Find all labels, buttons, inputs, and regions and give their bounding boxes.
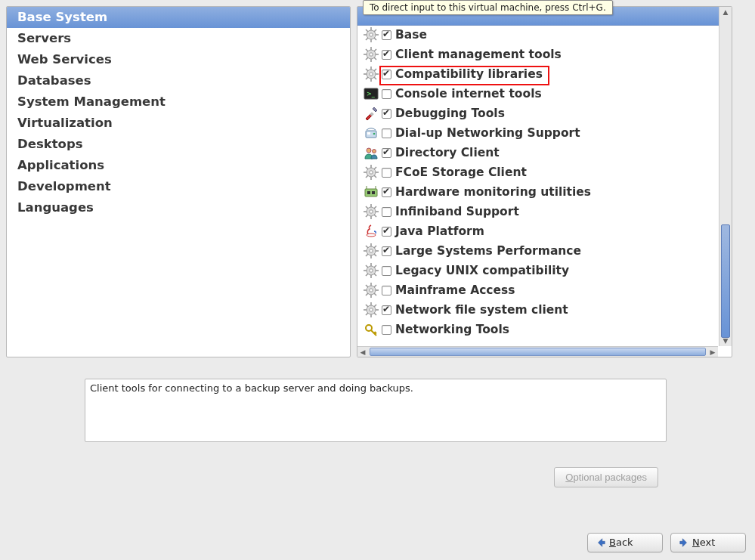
package-row[interactable]: Directory Client [357,143,718,162]
scroll-thumb[interactable] [721,224,730,338]
category-item[interactable]: Base System [7,7,350,28]
svg-line-93 [374,285,376,287]
svg-point-36 [367,148,371,153]
category-item[interactable]: Web Services [7,49,350,70]
vm-input-tooltip: To direct input to this virtual machine,… [363,0,613,15]
back-label: Back [609,537,633,548]
svg-line-60 [374,215,376,217]
package-row[interactable]: Compatibility libraries [357,64,718,84]
svg-rect-48 [365,189,377,196]
svg-line-102 [366,313,368,315]
horizontal-scrollbar[interactable]: ◀ ▶ [357,346,718,357]
package-row[interactable]: Legacy UNIX compatibility [357,261,718,280]
package-checkbox[interactable] [382,50,391,60]
package-row[interactable]: Large Systems Performance [357,241,718,261]
svg-point-21 [370,73,373,76]
category-item[interactable]: Servers [7,28,350,49]
svg-line-83 [374,265,376,268]
package-row[interactable]: Client management tools [357,45,718,64]
hscroll-thumb[interactable] [370,348,706,356]
gear-icon [364,165,379,180]
svg-line-82 [366,274,368,276]
package-row[interactable]: Mainframe Access [357,280,718,300]
svg-point-54 [370,210,373,213]
svg-point-37 [373,150,376,153]
package-checkbox[interactable] [382,148,391,158]
package-checkbox[interactable] [382,227,391,237]
package-row[interactable]: Dial-up Networking Support [357,123,718,143]
category-item[interactable]: Languages [7,197,350,218]
svg-line-90 [366,285,368,287]
scroll-left-arrow[interactable]: ◀ [357,347,368,357]
scroll-up-arrow[interactable]: ▲ [719,7,732,17]
package-checkbox[interactable] [382,325,391,335]
svg-point-1 [370,33,373,36]
svg-point-95 [370,308,373,311]
gear-icon [364,67,379,82]
package-label: FCoE Storage Client [395,166,527,179]
package-row[interactable]: Debugging Tools [357,104,718,123]
package-checkbox[interactable] [382,70,391,79]
svg-rect-34 [367,132,370,135]
svg-line-72 [366,254,368,256]
package-checkbox[interactable] [382,207,391,217]
package-row[interactable]: Base [357,25,718,45]
svg-line-59 [366,206,368,209]
svg-line-18 [366,57,368,60]
package-checkbox[interactable] [382,89,391,99]
package-list[interactable]: BaseClient management toolsCompatibility… [357,25,718,346]
package-row[interactable]: Network file system client [357,300,718,320]
package-checkbox[interactable] [382,246,391,256]
java-icon [364,224,379,239]
package-row[interactable]: Infiniband Support [357,202,718,221]
category-item[interactable]: Virtualization [7,113,350,134]
category-item[interactable]: Development [7,176,350,197]
package-row[interactable]: Java Platform [357,221,718,241]
scroll-right-arrow[interactable]: ▶ [707,347,718,357]
package-label: Legacy UNIX compatibility [395,264,569,277]
package-checkbox[interactable] [382,266,391,276]
package-row[interactable]: Networking Tools [357,320,718,339]
gear-icon [364,47,379,62]
svg-point-39 [370,171,373,174]
vertical-scrollbar[interactable]: ▲ ▼ [719,7,732,346]
back-button[interactable]: Back [587,533,663,552]
nav-buttons: Back Next [587,533,746,552]
package-checkbox[interactable] [382,286,391,295]
category-list[interactable]: Base SystemServersWeb ServicesDatabasesS… [6,6,351,357]
scroll-down-arrow[interactable]: ▼ [719,336,732,346]
arrow-left-icon [596,537,606,548]
svg-point-85 [370,289,373,292]
package-label: Large Systems Performance [395,244,581,258]
hw-icon [364,184,379,200]
category-item[interactable]: System Management [7,91,350,113]
description-box: Client tools for connecting to a backup … [85,379,667,442]
svg-line-19 [374,49,376,51]
package-label: Directory Client [395,146,500,159]
category-item[interactable]: Databases [7,70,350,91]
svg-line-71 [374,254,376,256]
package-checkbox[interactable] [382,128,391,138]
package-row[interactable]: >_Console internet tools [357,84,718,104]
package-checkbox[interactable] [382,187,391,197]
svg-line-7 [374,38,376,40]
svg-line-6 [366,29,368,32]
category-item[interactable]: Applications [7,155,350,176]
svg-line-62 [374,206,376,209]
svg-point-104 [366,325,372,331]
package-label: Network file system client [395,303,568,317]
terminal-icon: >_ [364,86,379,101]
package-checkbox[interactable] [382,305,391,315]
package-label: Base [395,28,427,42]
package-row[interactable]: FCoE Storage Client [357,162,718,182]
package-checkbox[interactable] [382,168,391,178]
svg-line-103 [374,305,376,307]
svg-rect-49 [367,191,370,194]
package-row[interactable]: Hardware monitoring utilities [357,182,718,202]
svg-point-35 [373,133,376,135]
category-item[interactable]: Desktops [7,134,350,155]
next-button[interactable]: Next [670,533,746,552]
svg-line-44 [366,167,368,169]
package-checkbox[interactable] [382,30,391,40]
package-checkbox[interactable] [382,109,391,119]
